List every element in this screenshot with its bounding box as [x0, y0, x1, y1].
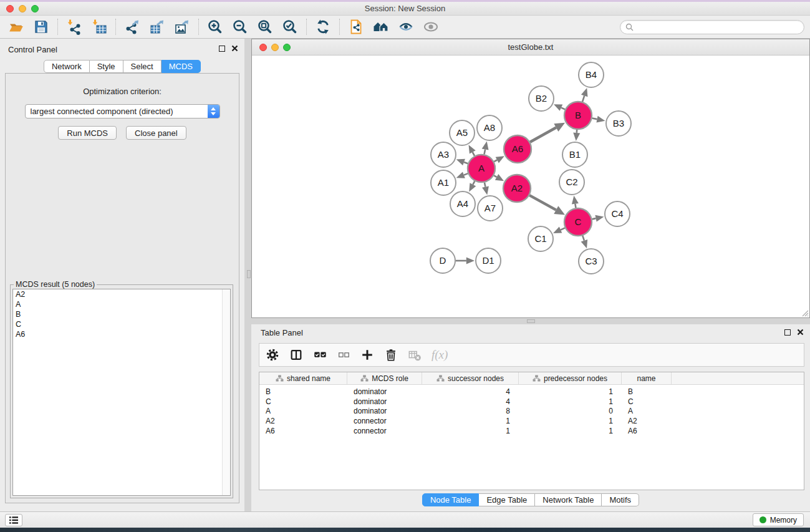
export-image-button[interactable] [173, 18, 191, 36]
tab-style[interactable]: Style [90, 60, 123, 73]
run-mcds-button[interactable]: Run MCDS [58, 126, 117, 140]
mcds-result-item[interactable]: C [13, 319, 230, 329]
column-header-predecessor-nodes[interactable]: predecessor nodes [519, 372, 622, 384]
task-history-button[interactable] [5, 514, 22, 526]
column-header-successor-nodes[interactable]: successor nodes [422, 372, 519, 384]
zoom-selected-icon [282, 19, 298, 35]
graph-edge-A-A6[interactable] [494, 160, 497, 162]
mcds-result-item[interactable]: A2 [13, 289, 230, 299]
zoom-in-button[interactable] [206, 18, 224, 36]
table-row[interactable]: A2connector11A2 [259, 416, 804, 426]
column-header-name[interactable]: name [622, 372, 672, 384]
graph-edge-A-A3[interactable] [464, 162, 468, 163]
graph-edge-B-B3[interactable] [592, 118, 597, 120]
table-row[interactable]: Bdominator41B [259, 387, 804, 397]
export-network-button[interactable] [123, 18, 141, 36]
graph-edge-A2-C[interactable] [529, 195, 556, 210]
float-table-panel-icon[interactable] [784, 329, 791, 336]
vizmapper-button[interactable] [397, 18, 415, 36]
graph-edge-A-A1[interactable] [464, 173, 468, 175]
table-row[interactable]: Adominator80A [259, 406, 804, 416]
hierarchy-icon [276, 375, 284, 382]
graph-edge-C-C3[interactable] [582, 236, 584, 241]
horizontal-splitter-handle[interactable] [527, 319, 535, 323]
table-panel-tabs: Node TableEdge TableNetwork TableMotifs [251, 493, 810, 506]
optimization-criterion-select[interactable]: largest connected component (directed) [25, 104, 220, 118]
control-panel-title: Control Panel [8, 45, 57, 54]
resize-gripper-icon[interactable] [801, 309, 809, 317]
memory-button[interactable]: Memory [753, 513, 804, 526]
vertical-splitter-handle[interactable] [247, 270, 251, 278]
refresh-button[interactable] [314, 18, 332, 36]
import-table-button[interactable] [90, 18, 108, 36]
table-cell: 0 [519, 407, 622, 415]
deselect-checkboxes-icon [337, 347, 350, 362]
search-input[interactable] [637, 22, 799, 32]
zoom-fit-button[interactable] [256, 18, 274, 36]
graph-edge-A-A8[interactable] [485, 149, 486, 154]
graph-edge-A-A2[interactable] [494, 175, 497, 177]
network-document-icon [348, 19, 364, 35]
combo-stepper-icon [208, 105, 219, 118]
table-cell: 4 [422, 387, 519, 396]
scrollbar-track[interactable] [222, 289, 230, 495]
delete-table-button[interactable] [408, 347, 422, 362]
select-all-button[interactable] [313, 347, 327, 362]
graph-edge-C-C2[interactable] [575, 204, 576, 208]
close-table-panel-icon[interactable] [797, 329, 804, 336]
network-graph[interactable]: B4B2BB3A8A5A6B1A3AC2A1A2A4A7C4CC1C3DD1 [252, 56, 809, 317]
tab-edge-table[interactable]: Edge Table [479, 493, 535, 506]
tab-network-table[interactable]: Network Table [535, 493, 602, 506]
import-network-button[interactable] [65, 18, 83, 36]
add-column-button[interactable] [360, 347, 374, 362]
trash-icon [384, 347, 398, 362]
table-row[interactable]: A6connector11A6 [259, 426, 804, 436]
graph-edge-C-C4[interactable] [592, 218, 596, 219]
table-body: Bdominator41BCdominator41CAdominator80AA… [259, 387, 804, 435]
graph-edge-A-A5[interactable] [473, 152, 475, 156]
tab-select[interactable]: Select [123, 60, 162, 73]
graph-edge-B-B2[interactable] [561, 108, 565, 110]
zoom-selected-button[interactable] [281, 18, 299, 36]
mcds-result-item[interactable]: A [13, 299, 230, 309]
network-file-button[interactable] [347, 18, 365, 36]
close-panel-button[interactable]: Close panel [126, 126, 186, 140]
optimization-criterion-label: Optimization criterion: [6, 87, 239, 96]
column-header-label: name [637, 374, 655, 383]
tab-network[interactable]: Network [44, 60, 90, 73]
export-table-button[interactable] [148, 18, 166, 36]
column-header-shared-name[interactable]: shared name [259, 372, 347, 384]
tab-mcds[interactable]: MCDS [162, 60, 201, 73]
tab-motifs[interactable]: Motifs [602, 493, 639, 506]
show-hide-button[interactable] [422, 18, 440, 36]
network-canvas[interactable]: B4B2BB3A8A5A6B1A3AC2A1A2A4A7C4CC1C3DD1 [252, 56, 809, 317]
table-cell: A2 [622, 417, 672, 425]
graph-edge-A6-B[interactable] [530, 128, 556, 142]
graph-edge-C-C1[interactable] [561, 228, 565, 230]
delete-column-button[interactable] [384, 347, 398, 362]
graph-edge-A-A4[interactable] [473, 181, 475, 185]
home-button[interactable] [372, 18, 390, 36]
toolbar-separator [306, 19, 307, 35]
table-row[interactable]: Cdominator41C [259, 397, 804, 407]
show-columns-button[interactable] [289, 347, 303, 362]
open-session-button[interactable] [7, 18, 25, 36]
graph-node-label: A2 [511, 183, 523, 193]
table-cell: B [259, 387, 347, 396]
table-settings-button[interactable] [266, 347, 279, 362]
zoom-out-button[interactable] [231, 18, 249, 36]
column-header-MCDS-role[interactable]: MCDS role [347, 372, 422, 384]
graph-edge-A-A7[interactable] [485, 182, 486, 186]
save-session-button[interactable] [32, 18, 50, 36]
function-builder-button[interactable]: f(x) [432, 347, 448, 362]
float-panel-icon[interactable] [219, 46, 225, 52]
graph-edge-B-B4[interactable] [582, 95, 584, 102]
close-panel-icon[interactable] [231, 45, 238, 52]
mcds-result-item[interactable]: B [13, 309, 230, 319]
deselect-all-button[interactable] [337, 347, 350, 362]
tab-node-table[interactable]: Node Table [422, 493, 480, 506]
network-window-titlebar: testGlobe.txt [252, 39, 809, 56]
mcds-result-item[interactable]: A6 [13, 329, 230, 339]
window-title: Session: New Session [0, 4, 810, 13]
graph-node-label: A7 [485, 203, 496, 213]
